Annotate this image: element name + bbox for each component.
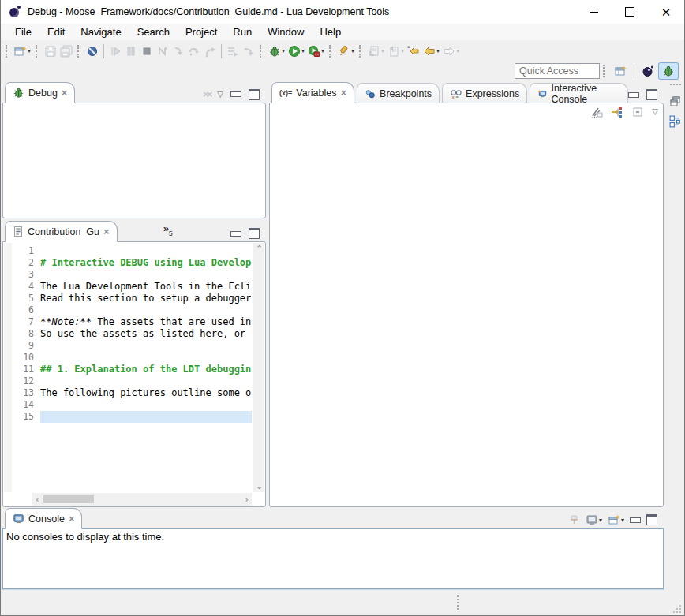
menu-help[interactable]: Help bbox=[312, 24, 349, 40]
menu-search[interactable]: Search bbox=[129, 24, 178, 40]
tab-debug[interactable]: Debug × bbox=[5, 82, 75, 103]
editor-line[interactable]: 8So use the assets as listed here, or bbox=[12, 328, 252, 340]
minimize-view-icon[interactable] bbox=[230, 91, 241, 97]
use-step-filters-button[interactable] bbox=[225, 43, 241, 60]
maximize-view-icon[interactable] bbox=[249, 228, 260, 239]
line-number[interactable]: 4 bbox=[12, 281, 40, 293]
forward-button[interactable]: ▾ bbox=[441, 43, 461, 60]
tab-console[interactable]: Console × bbox=[5, 508, 82, 529]
line-number[interactable]: 10 bbox=[12, 352, 40, 364]
run-button[interactable]: ▾ bbox=[286, 43, 306, 60]
menu-project[interactable]: Project bbox=[178, 24, 225, 40]
dropdown-icon[interactable]: ▾ bbox=[28, 47, 31, 54]
trim-handle[interactable] bbox=[457, 595, 459, 610]
line-number[interactable]: 8 bbox=[12, 328, 40, 340]
line-number[interactable]: 3 bbox=[12, 269, 40, 281]
editor-line[interactable]: 11## 1. Explanation of the LDT debuggin bbox=[12, 364, 252, 375]
editor-line[interactable]: 12 bbox=[12, 375, 252, 387]
editor-line[interactable]: 5Read this section to setup a debugger bbox=[12, 293, 252, 304]
code-text[interactable]: # Interactive DEBUG using Lua Develop bbox=[40, 257, 251, 269]
menu-file[interactable]: File bbox=[7, 24, 39, 40]
pin-console-icon[interactable] bbox=[567, 513, 580, 526]
remove-all-terminated-icon[interactable]: ×× bbox=[203, 88, 210, 100]
line-number[interactable]: 14 bbox=[12, 399, 40, 411]
step-over-button[interactable] bbox=[186, 43, 202, 60]
hidden-editors-chevron[interactable]: » 5 bbox=[163, 225, 173, 242]
dropdown-icon[interactable]: ▾ bbox=[456, 47, 459, 54]
code-text[interactable]: **Note:** The assets that are used in bbox=[40, 316, 251, 328]
scrollbar-thumb[interactable] bbox=[43, 495, 94, 503]
debug-view-content[interactable] bbox=[2, 103, 266, 218]
next-annotation-button[interactable]: ▾ bbox=[366, 43, 386, 60]
editor-lines[interactable]: 12# Interactive DEBUG using Lua Develop3… bbox=[12, 243, 252, 492]
restore-view-icon[interactable] bbox=[669, 95, 682, 107]
close-tab-icon[interactable]: × bbox=[340, 88, 346, 98]
new-wizard-button[interactable]: ✦ ▾ bbox=[13, 43, 32, 60]
close-tab-icon[interactable]: × bbox=[69, 513, 75, 524]
tab-breakpoints[interactable]: Breakpoints bbox=[357, 83, 440, 103]
resize-grip-icon[interactable] bbox=[672, 603, 682, 614]
maximize-window-button[interactable] bbox=[612, 0, 648, 24]
editor-line[interactable]: 10 bbox=[12, 352, 252, 364]
menu-navigate[interactable]: Navigate bbox=[73, 24, 129, 40]
debug-button[interactable]: ▾ bbox=[267, 43, 286, 60]
disconnect-button[interactable] bbox=[155, 43, 170, 60]
dropdown-icon[interactable]: ▾ bbox=[436, 47, 440, 54]
line-number[interactable]: 12 bbox=[12, 375, 40, 387]
line-number[interactable]: 9 bbox=[12, 340, 40, 352]
maximize-view-icon[interactable] bbox=[646, 514, 657, 525]
step-return-button[interactable] bbox=[202, 43, 218, 60]
annotation-ruler[interactable] bbox=[4, 243, 12, 492]
maximize-view-icon[interactable] bbox=[646, 89, 657, 100]
editor-line[interactable]: 4The Lua Development Tools in the Ecli bbox=[12, 281, 252, 293]
menu-window[interactable]: Window bbox=[260, 24, 312, 40]
debug-perspective-button[interactable] bbox=[658, 62, 679, 80]
external-tools-button[interactable]: ▾ bbox=[336, 43, 356, 60]
scroll-up-icon[interactable]: ⌃ bbox=[256, 244, 263, 254]
minimize-view-icon[interactable] bbox=[230, 231, 241, 237]
dropdown-icon[interactable]: ▾ bbox=[301, 47, 305, 54]
tab-interactive-console[interactable]: ✦ Interactive Console bbox=[530, 83, 628, 103]
code-text[interactable]: So use the assets as listed here, or bbox=[40, 328, 251, 340]
code-text[interactable]: The following pictures outline some o bbox=[40, 387, 251, 399]
resume-button[interactable] bbox=[107, 43, 123, 60]
quick-access-input[interactable] bbox=[515, 63, 600, 79]
editor-line[interactable]: 9 bbox=[12, 340, 252, 352]
close-window-button[interactable]: ✕ bbox=[648, 0, 684, 24]
menu-run[interactable]: Run bbox=[225, 24, 260, 40]
terminate-button[interactable] bbox=[139, 43, 155, 60]
close-tab-icon[interactable]: × bbox=[103, 226, 110, 237]
view-menu-icon[interactable]: ▽ bbox=[652, 108, 658, 116]
console-content[interactable]: No consoles to display at this time. bbox=[2, 528, 664, 589]
line-number[interactable]: 15 bbox=[12, 411, 40, 423]
show-type-names-icon[interactable] bbox=[590, 106, 603, 118]
minimize-window-button[interactable] bbox=[575, 0, 612, 24]
scroll-down-icon[interactable]: ⌄ bbox=[256, 481, 263, 491]
back-button[interactable]: ▾ bbox=[421, 43, 441, 60]
outline-view-icon[interactable] bbox=[669, 115, 683, 129]
line-number[interactable]: 11 bbox=[12, 364, 40, 375]
dropdown-icon[interactable]: ▾ bbox=[381, 47, 384, 54]
last-edit-location-button[interactable]: * bbox=[406, 43, 421, 60]
editor-line[interactable]: 1 bbox=[12, 245, 252, 257]
maximize-view-icon[interactable] bbox=[249, 89, 260, 100]
view-menu-icon[interactable]: ▽ bbox=[217, 91, 223, 99]
dropdown-icon[interactable]: ▾ bbox=[401, 47, 404, 54]
minimize-view-icon[interactable] bbox=[630, 517, 641, 523]
editor-vertical-scrollbar[interactable]: ⌃ ⌄ bbox=[253, 243, 264, 492]
show-logical-structure-icon[interactable] bbox=[611, 106, 623, 118]
editor-line[interactable]: 15 bbox=[12, 411, 252, 423]
code-text[interactable]: ## 1. Explanation of the LDT debuggin bbox=[40, 364, 251, 375]
code-text[interactable]: Read this section to setup a debugger bbox=[40, 293, 251, 304]
close-tab-icon[interactable]: × bbox=[62, 88, 68, 98]
open-perspective-button[interactable]: ✦ bbox=[610, 62, 631, 80]
line-number[interactable]: 5 bbox=[12, 293, 40, 304]
editor-line[interactable]: 13The following pictures outline some o bbox=[12, 387, 252, 399]
display-selected-console-button[interactable]: ▾ bbox=[586, 513, 602, 526]
dropdown-icon[interactable]: ▾ bbox=[351, 47, 354, 54]
line-number[interactable]: 13 bbox=[12, 387, 40, 399]
minimize-view-icon[interactable] bbox=[628, 92, 639, 98]
save-button[interactable] bbox=[43, 43, 58, 60]
save-all-button[interactable] bbox=[58, 43, 74, 60]
lua-perspective-button[interactable] bbox=[638, 62, 658, 80]
